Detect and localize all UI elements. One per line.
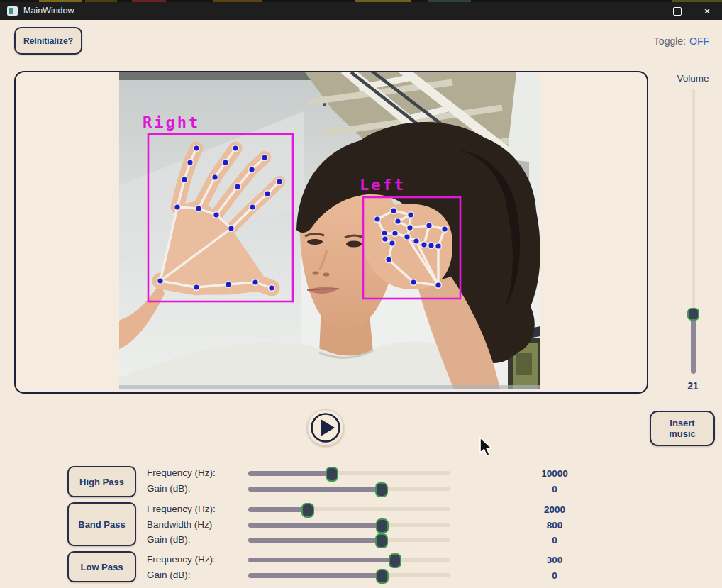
svg-text:Left: Left	[360, 176, 406, 194]
slider-fill	[248, 558, 395, 562]
volume-handle[interactable]	[687, 308, 699, 321]
slider-handle[interactable]	[375, 533, 388, 548]
close-icon: ✕	[704, 6, 711, 16]
mouse-cursor	[479, 437, 498, 458]
band-pass-button[interactable]: Band Pass	[67, 502, 136, 546]
titlebar[interactable]: MainWindow ✕	[0, 2, 722, 20]
window-controls: ✕	[633, 2, 722, 20]
toggle-value[interactable]: OFF	[689, 35, 709, 47]
maximize-button[interactable]	[662, 2, 692, 20]
maximize-icon	[673, 7, 682, 16]
main-window: MainWindow ✕ ReInitialize? Toggle:OFF	[0, 0, 722, 588]
bandpass-bandwidth-label: Bandwidth (Hz)	[147, 518, 246, 532]
low-pass-button[interactable]: Low Pass	[67, 551, 136, 582]
slider-fill	[248, 573, 382, 578]
lowpass-gain-label: Gain (dB):	[147, 568, 246, 582]
slider-handle[interactable]	[375, 482, 388, 497]
bandpass-bandwidth-slider[interactable]	[248, 518, 450, 531]
bandpass-frequency-slider[interactable]	[248, 503, 450, 516]
bandpass-gain-slider[interactable]	[248, 533, 450, 546]
volume-slider[interactable]	[687, 89, 699, 374]
reinitialize-button[interactable]: ReInitialize?	[14, 27, 82, 55]
webcam-scene: RightLeft	[119, 72, 540, 389]
slider-handle[interactable]	[326, 467, 338, 482]
camera-frame: RightLeft	[14, 71, 648, 394]
slider-handle[interactable]	[389, 553, 401, 568]
minimize-icon	[644, 11, 652, 12]
bandpass-frequency-value: 2000	[523, 503, 587, 517]
toggle-status: Toggle:OFF	[654, 35, 709, 47]
bandpass-frequency-label: Frequency (Hz):	[147, 502, 246, 516]
volume-label: Volume	[665, 73, 721, 84]
play-icon	[308, 410, 343, 445]
slider-handle[interactable]	[376, 569, 389, 584]
highpass-gain-label: Gain (dB):	[147, 482, 246, 496]
slider-fill	[248, 523, 382, 528]
highpass-frequency-value: 10000	[523, 467, 587, 481]
highpass-frequency-slider[interactable]	[248, 467, 450, 479]
volume-fill	[691, 314, 696, 374]
lowpass-frequency-value: 300	[523, 553, 587, 567]
minimize-button[interactable]	[633, 2, 662, 20]
window-title: MainWindow	[23, 5, 74, 17]
slider-fill	[248, 538, 382, 543]
bandpass-gain-value: 0	[523, 533, 587, 548]
highpass-frequency-label: Frequency (Hz):	[147, 466, 246, 480]
bandpass-gain-label: Gain (dB):	[147, 533, 246, 547]
insert-music-button[interactable]: Insert music	[650, 411, 715, 446]
lowpass-gain-value: 0	[523, 569, 587, 583]
close-button[interactable]: ✕	[692, 2, 722, 20]
app-icon	[7, 6, 18, 16]
toggle-label: Toggle:	[654, 35, 686, 47]
svg-text:Right: Right	[143, 113, 200, 131]
slider-fill	[248, 471, 332, 476]
lowpass-frequency-label: Frequency (Hz):	[147, 553, 246, 567]
bandpass-bandwidth-value: 800	[523, 518, 587, 533]
slider-handle[interactable]	[301, 503, 314, 518]
play-button[interactable]	[307, 409, 344, 446]
lowpass-gain-slider[interactable]	[248, 569, 450, 582]
volume-value: 21	[665, 380, 721, 392]
slider-handle[interactable]	[376, 518, 389, 533]
highpass-gain-slider[interactable]	[248, 482, 450, 495]
high-pass-button[interactable]: High Pass	[67, 466, 136, 497]
slider-fill	[248, 507, 308, 512]
lowpass-frequency-slider[interactable]	[248, 553, 450, 566]
slider-fill	[248, 487, 382, 492]
highpass-gain-value: 0	[523, 482, 587, 497]
webcam-feed: RightLeft	[119, 72, 540, 389]
